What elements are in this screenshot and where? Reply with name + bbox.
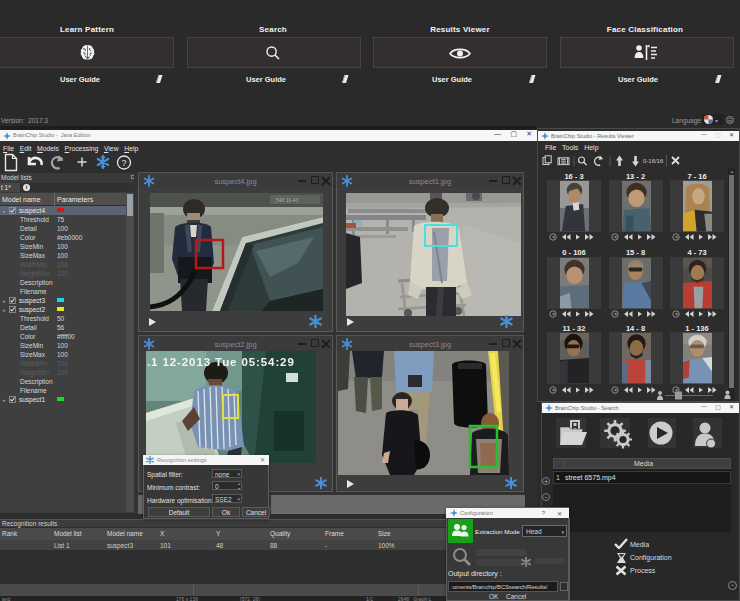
svg-text:548 11-43: 548 11-43 bbox=[276, 197, 298, 203]
svg-text:?: ? bbox=[122, 158, 127, 168]
svg-text:.1 12-2013 Tue 05:54:29: .1 12-2013 Tue 05:54:29 bbox=[147, 356, 295, 368]
